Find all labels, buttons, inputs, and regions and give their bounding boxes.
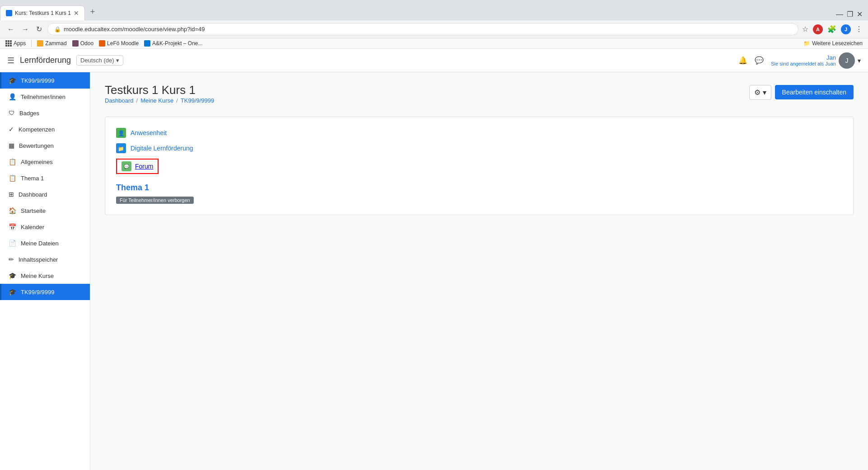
forum-item[interactable]: 💬 Forum bbox=[116, 159, 842, 174]
sidebar-item-dashboard[interactable]: ⊞ Dashboard bbox=[0, 186, 90, 202]
more-options-icon[interactable]: ⋮ bbox=[855, 25, 863, 33]
restore-button[interactable]: ❐ bbox=[847, 10, 853, 19]
user-display-name: Jan bbox=[771, 54, 836, 61]
browser-addressbar: ← → ↻ 🔒 moodle.educaltex.com/moodle/cour… bbox=[0, 20, 868, 38]
lang-label: Deutsch (de) bbox=[80, 57, 114, 64]
header-right: 🔔 💬 Jan Sie sind angemeldet als Juan J ▾ bbox=[738, 52, 861, 69]
hamburger-button[interactable]: ☰ bbox=[7, 56, 14, 66]
breadcrumb-dashboard[interactable]: Dashboard bbox=[105, 97, 134, 104]
window-controls: — ❐ ✕ bbox=[831, 8, 868, 20]
lefo-favicon bbox=[99, 40, 105, 47]
close-button[interactable]: ✕ bbox=[857, 10, 863, 19]
more-bookmarks[interactable]: 📁 Weitere Lesezeichen bbox=[803, 40, 863, 47]
ak-favicon bbox=[144, 40, 150, 47]
settings-gear-button[interactable]: ⚙ ▾ bbox=[749, 85, 771, 100]
sidebar-item-tk99-top[interactable]: 🎓 TK99/9/9999 bbox=[0, 72, 90, 89]
user-menu[interactable]: Jan Sie sind angemeldet als Juan J ▾ bbox=[771, 52, 861, 69]
profile-icon[interactable]: A bbox=[813, 24, 823, 34]
page-title: Testkurs 1 Kurs 1 bbox=[105, 83, 214, 97]
back-button[interactable]: ← bbox=[5, 24, 16, 35]
breadcrumb-current[interactable]: TK99/9/9999 bbox=[181, 97, 214, 104]
dashboard-icon: ⊞ bbox=[9, 191, 14, 198]
active-tab[interactable]: Kurs: Testkurs 1 Kurs 1 ✕ bbox=[0, 5, 85, 20]
sidebar-item-meine-kurse[interactable]: 🎓 Meine Kurse bbox=[0, 268, 90, 284]
file2-icon: 📋 bbox=[9, 174, 16, 182]
sidebar-item-meine-dateien[interactable]: 📄 Meine Dateien bbox=[0, 235, 90, 251]
bookmark-ak[interactable]: A&K-Projekt – One... bbox=[144, 40, 202, 47]
digitale-lernfoerderung-icon: 📁 bbox=[116, 143, 126, 153]
bookmark-lefo[interactable]: LeFö Moodle bbox=[99, 40, 139, 47]
svg-text:📁: 📁 bbox=[118, 146, 124, 152]
lock-icon: 🔒 bbox=[54, 26, 61, 33]
apps-grid-icon bbox=[5, 40, 12, 47]
title-area: Testkurs 1 Kurs 1 Dashboard / Meine Kurs… bbox=[105, 83, 214, 113]
folder-bookmarks-icon: 📁 bbox=[803, 40, 810, 47]
home-icon: 🏠 bbox=[9, 207, 16, 214]
sidebar-item-kompetenzen[interactable]: ✓ Kompetenzen bbox=[0, 121, 90, 137]
svg-text:👤: 👤 bbox=[118, 130, 125, 136]
content-area: Testkurs 1 Kurs 1 Dashboard / Meine Kurs… bbox=[90, 72, 868, 470]
bookmark-odoo[interactable]: Odoo bbox=[72, 40, 93, 47]
messages-icon[interactable]: 💬 bbox=[755, 56, 764, 65]
address-text: moodle.educaltex.com/moodle/course/view.… bbox=[64, 26, 205, 33]
breadcrumb-meine-kurse[interactable]: Meine Kurse bbox=[140, 97, 173, 104]
sidebar-item-tk99-bottom[interactable]: 🎓 TK99/9/9999 bbox=[0, 284, 90, 300]
sidebar-item-thema1[interactable]: 📋 Thema 1 bbox=[0, 170, 90, 186]
avatar: J bbox=[839, 52, 855, 69]
anwesenheit-link[interactable]: Anwesenheit bbox=[131, 129, 167, 136]
calendar-icon: 📅 bbox=[9, 223, 16, 230]
anwesenheit-item[interactable]: 👤 Anwesenheit bbox=[116, 128, 842, 138]
edit-button[interactable]: Bearbeiten einschalten bbox=[775, 85, 854, 99]
minimize-button[interactable]: — bbox=[836, 10, 843, 19]
course-content: 👤 Anwesenheit 📁 Digitale Lernförderung bbox=[105, 117, 854, 215]
shield-icon: 🛡 bbox=[9, 109, 15, 117]
address-field[interactable]: 🔒 moodle.educaltex.com/moodle/course/vie… bbox=[47, 23, 798, 35]
main-layout: 🎓 TK99/9/9999 👤 Teilnehmer/innen 🛡 Badge… bbox=[0, 72, 868, 470]
new-tab-button[interactable]: + bbox=[85, 4, 101, 20]
star-icon[interactable]: ☆ bbox=[802, 25, 808, 33]
breadcrumb-sep-1: / bbox=[136, 97, 138, 104]
sidebar-item-badges[interactable]: 🛡 Badges bbox=[0, 105, 90, 121]
digitale-link[interactable]: Digitale Lernförderung bbox=[131, 145, 193, 152]
sidebar-item-bewertungen[interactable]: ▦ Bewertungen bbox=[0, 137, 90, 154]
bookmark-apps-label: Apps bbox=[14, 40, 26, 47]
sidebar: 🎓 TK99/9/9999 👤 Teilnehmer/innen 🛡 Badge… bbox=[0, 72, 90, 470]
grid-icon: ▦ bbox=[9, 142, 14, 149]
bookmark-lefo-label: LeFö Moodle bbox=[107, 40, 139, 47]
breadcrumb-sep-2: / bbox=[176, 97, 178, 104]
browser-chrome: Kurs: Testkurs 1 Kurs 1 ✕ + — ❐ ✕ ← → ↻ … bbox=[0, 0, 868, 49]
digitale-lernfoerderung-item[interactable]: 📁 Digitale Lernförderung bbox=[116, 143, 842, 153]
forum-link[interactable]: Forum bbox=[135, 163, 153, 170]
bookmark-apps[interactable]: Apps bbox=[5, 40, 26, 47]
sidebar-item-inhaltsspeicher[interactable]: ✏ Inhaltsspeicher bbox=[0, 251, 90, 268]
browser-tabs: Kurs: Testkurs 1 Kurs 1 ✕ + — ❐ ✕ bbox=[0, 0, 868, 20]
forum-highlight-box[interactable]: 💬 Forum bbox=[116, 159, 159, 174]
sidebar-item-allgemeines[interactable]: 📋 Allgemeines bbox=[0, 154, 90, 170]
language-selector[interactable]: Deutsch (de) ▾ bbox=[76, 55, 123, 66]
site-name: Lernförderung bbox=[20, 56, 71, 65]
user-logged-in-label: Sie sind angemeldet als Juan bbox=[771, 61, 836, 66]
more-bookmarks-label: Weitere Lesezeichen bbox=[812, 40, 863, 47]
zammad-favicon bbox=[37, 40, 43, 47]
sidebar-item-teilnehmer[interactable]: 👤 Teilnehmer/innen bbox=[0, 89, 90, 105]
forward-button[interactable]: → bbox=[20, 24, 31, 35]
svg-text:💬: 💬 bbox=[124, 164, 130, 169]
bookmark-separator bbox=[31, 40, 32, 47]
notification-bell-icon[interactable]: 🔔 bbox=[738, 56, 747, 65]
breadcrumb: Dashboard / Meine Kurse / TK99/9/9999 bbox=[105, 97, 214, 104]
tab-title: Kurs: Testkurs 1 Kurs 1 bbox=[15, 10, 71, 16]
graduation-cap2-icon: 🎓 bbox=[9, 288, 16, 296]
check-icon: ✓ bbox=[9, 126, 14, 133]
courses-icon: 🎓 bbox=[9, 272, 16, 279]
bookmark-zammad[interactable]: Zammad bbox=[37, 40, 66, 47]
extensions-icon[interactable]: 🧩 bbox=[827, 25, 836, 33]
tab-close-button[interactable]: ✕ bbox=[74, 9, 79, 17]
forum-icon: 💬 bbox=[121, 161, 131, 171]
sidebar-item-startseite[interactable]: 🏠 Startseite bbox=[0, 202, 90, 219]
reload-button[interactable]: ↻ bbox=[34, 23, 44, 35]
files-icon: 📄 bbox=[9, 240, 16, 247]
user-dropdown-icon: ▾ bbox=[858, 57, 861, 64]
user-profile-icon[interactable]: J bbox=[841, 24, 851, 34]
hidden-badge: Für Teilnehmer/innen verborgen bbox=[116, 197, 194, 204]
sidebar-item-kalender[interactable]: 📅 Kalender bbox=[0, 219, 90, 235]
